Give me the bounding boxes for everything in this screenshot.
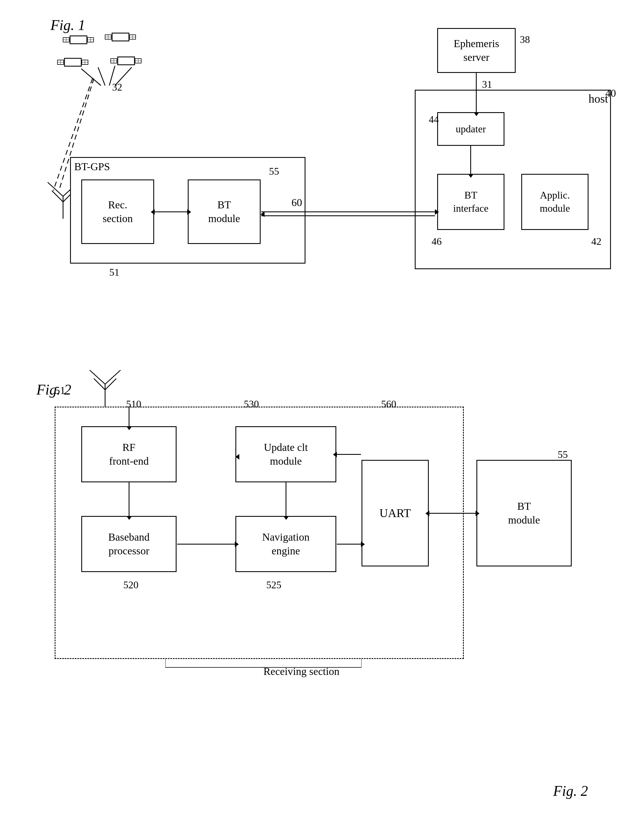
svg-line-42 bbox=[94, 378, 105, 390]
updateclt-to-uart-arrow bbox=[337, 454, 361, 455]
ref-55-fig2: 55 bbox=[558, 449, 568, 460]
svg-rect-0 bbox=[70, 36, 87, 44]
arrow-left-btgps bbox=[261, 211, 265, 217]
fig2-label-bottom: Fig. 2 bbox=[553, 783, 588, 799]
uart-box: UART bbox=[362, 460, 429, 566]
host-to-btgps-line bbox=[261, 215, 435, 216]
ref-520: 520 bbox=[123, 579, 138, 591]
uart-bt-arrow bbox=[429, 513, 475, 514]
antenna-to-rf-line bbox=[129, 407, 129, 426]
antenna-fig2 bbox=[87, 362, 123, 407]
nav-engine-box: Navigation engine bbox=[235, 516, 336, 572]
updater-box: updater bbox=[437, 112, 504, 146]
ref-60: 60 bbox=[291, 196, 302, 209]
ref-32: 32 bbox=[112, 81, 122, 93]
ref-44: 44 bbox=[429, 114, 439, 125]
ref-51-fig2: 51 bbox=[55, 384, 65, 396]
arrow-navengine-to-updateclt bbox=[235, 454, 239, 459]
updateclt-to-navengine-line bbox=[285, 482, 287, 516]
svg-line-29 bbox=[98, 67, 105, 86]
applic-module-box: Applic. module bbox=[521, 174, 589, 230]
svg-line-43 bbox=[105, 378, 116, 390]
rec-bt-arrow bbox=[155, 211, 187, 212]
svg-rect-21 bbox=[118, 57, 135, 65]
bt-module-fig1-box: BT module bbox=[188, 180, 261, 244]
navengine-to-uart-line bbox=[337, 544, 361, 544]
ref-530: 530 bbox=[244, 398, 259, 410]
ref-40: 40 bbox=[605, 87, 616, 99]
ref-55-fig1: 55 bbox=[269, 166, 279, 177]
btgps-label: BT-GPS bbox=[74, 160, 110, 174]
baseband-to-navengine-line bbox=[177, 544, 235, 544]
bt-module-fig2-box: BT module bbox=[477, 460, 572, 566]
ref-525: 525 bbox=[266, 579, 281, 591]
rf-to-baseband-line bbox=[129, 482, 129, 516]
ref-51: 51 bbox=[109, 266, 120, 278]
ephemeris-to-updater-line bbox=[476, 73, 477, 112]
baseband-box: Baseband processor bbox=[81, 516, 176, 572]
fig2-label: Fig. 2 bbox=[37, 381, 71, 398]
ephemeris-server-box: Ephemeris server bbox=[437, 28, 516, 73]
svg-line-37 bbox=[52, 191, 63, 202]
receiving-section-bracket bbox=[166, 656, 362, 673]
rec-section-box: Rec. section bbox=[81, 180, 154, 244]
ref-31: 31 bbox=[482, 78, 492, 90]
bt-interface-box: BT interface bbox=[437, 174, 504, 230]
ref-42: 42 bbox=[591, 235, 601, 247]
svg-rect-14 bbox=[64, 58, 81, 66]
svg-rect-7 bbox=[112, 33, 129, 41]
satellites-group bbox=[56, 25, 174, 87]
updater-to-btinterface-line bbox=[470, 146, 471, 174]
ref-46: 46 bbox=[432, 235, 442, 247]
ref-38: 38 bbox=[520, 34, 530, 45]
btgps-to-host-line bbox=[261, 211, 435, 212]
rf-frontend-box: RF front-end bbox=[81, 426, 176, 482]
update-clt-box: Update clt module bbox=[235, 426, 336, 482]
ref-560: 560 bbox=[381, 398, 396, 410]
